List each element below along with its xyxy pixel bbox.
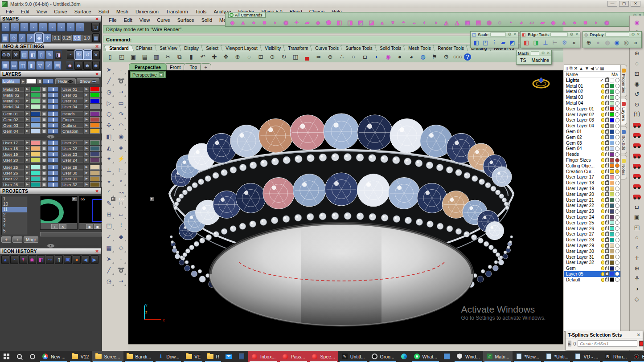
ribbon-tab-viewport-layout[interactable]: Viewport Layout [220,45,263,51]
layer-bulb-icon[interactable] [601,130,604,134]
layer-material-circle[interactable] [615,135,619,139]
circle-tool-icon[interactable]: ⊖ [325,52,336,61]
color-wheel-icon[interactable]: ◉ [383,52,394,61]
project-snap-icon[interactable]: ▢ [91,23,100,32]
layer-bulb-icon[interactable] [601,278,604,282]
show-button[interactable]: Show [77,78,99,84]
hook-blue-icon[interactable]: ↪ [46,255,54,264]
layer-material-circle[interactable] [615,89,619,94]
lamp-icon[interactable]: ○ [632,232,642,242]
layer-lock-icon[interactable] [605,135,609,139]
wirebox-icon[interactable]: ◫ [19,61,27,70]
inner-menu-item-solid[interactable]: Solid [198,17,215,24]
taskbar-item-bandi[interactable]: Bandi... [630,351,644,362]
zoom-selected-icon[interactable]: ⊙ [267,52,278,61]
layer-material-circle[interactable] [615,272,619,276]
cen-snap-icon[interactable]: · [39,23,47,32]
thumbnail-menu-icon[interactable]: ▶ [72,197,77,201]
alert-bell-icon[interactable]: ◔ [67,50,74,59]
menu-item-tools[interactable]: Tools [192,8,210,15]
tool-palette-icon[interactable]: ⊢ [115,164,127,175]
layer-material-circle[interactable] [615,255,619,259]
layer-lock-icon[interactable] [605,84,609,88]
layer-expand-icon[interactable]: ▶ [25,140,30,145]
command-icon[interactable]: ▰ [537,18,548,26]
settings-gears-icon[interactable]: ⚙⚙ [1,50,11,59]
viewport-tab-front[interactable]: Front [164,63,187,70]
zoom-dynamic-icon[interactable]: ◌ [244,52,254,61]
lock-icon[interactable]: ◘ [360,52,370,61]
tool-palette-icon[interactable]: ⇢ [115,86,127,97]
tool-palette-icon[interactable]: ◆ [115,231,127,242]
layer-expand-icon[interactable]: ▶ [25,98,30,103]
layer-list-row-user-layer-04[interactable]: User Layer 04 [564,123,620,129]
grid-panel-icon[interactable]: ▦ [1,61,9,70]
layer-material-circle[interactable] [615,78,619,82]
tool-palette-icon[interactable]: ◳ [103,220,115,231]
tool-palette-icon[interactable]: ▦ [103,242,115,253]
layer-visibility-toggle[interactable] [48,152,58,157]
layer-list-row-user-layer-29[interactable]: User Layer 29 [564,243,620,248]
command-icon[interactable]: ◮ [452,18,462,26]
layer-lock-icon[interactable] [41,158,47,163]
layer-lock-icon[interactable] [605,267,609,270]
menu-item-dimension[interactable]: Dimension [132,8,162,15]
command-icon[interactable]: ◔ [505,18,516,26]
layer-list-row-user-layer-22[interactable]: User Layer 22 [564,203,620,209]
layer-color-swatch[interactable] [610,255,614,259]
layer-user-28-button[interactable]: User 28 [2,182,24,187]
project-item-1[interactable]: 1 [2,196,27,202]
display-close-icon[interactable]: ✕ [636,32,640,37]
command-icon[interactable]: ◉ [602,18,612,26]
display-more-chevron-icon[interactable]: » [632,38,640,47]
viewport-3d[interactable]: Perspective ▼ y z x Activate Windows Go … [128,70,563,344]
layer-expand-icon[interactable]: ▶ [84,146,89,151]
layer-lock-icon[interactable] [605,175,609,179]
tool-palette-icon[interactable]: ◠ [115,120,127,130]
two-point-icon[interactable]: ² [632,243,642,252]
layer-color-swatch[interactable] [610,89,614,94]
layer-visibility-toggle[interactable] [48,87,58,92]
layer-bulb-icon[interactable] [601,215,604,219]
tool-palette-icon[interactable]: ⚡ [115,153,127,164]
command-icon[interactable]: ▴ [377,18,387,26]
layer-expand-icon[interactable]: ▶ [25,158,30,163]
column-material-label[interactable]: Ma [611,72,618,77]
layer-visibility-toggle[interactable] [48,111,58,116]
shaded-mode-icon[interactable]: ● [594,38,602,47]
inner-menu-item-file[interactable]: File [106,17,120,24]
layer-user-18-button[interactable]: User 18 [2,146,24,151]
layer-bulb-icon[interactable] [601,249,604,253]
layer-color-swatch[interactable] [610,244,614,248]
ghosted-mode-icon[interactable]: ◍ [603,38,611,47]
grid-toggle-icon[interactable]: ▦ [92,33,100,42]
layer-material-circle[interactable] [615,198,619,202]
layer-lock-icon[interactable] [605,141,609,145]
command-icon[interactable]: ◭ [441,18,451,26]
tsplines-play-button[interactable]: ▶ [568,341,571,346]
layer-list-row-gem[interactable]: Gem [564,265,620,271]
tool-palette-icon[interactable]: ◷ [103,276,115,286]
layer-color-swatch[interactable] [31,176,41,181]
command-icon[interactable]: ■ [580,18,591,26]
layer-color-swatch[interactable] [610,266,614,271]
command-icon[interactable]: ⬟ [324,18,334,26]
tool-palette-icon[interactable]: ◷ [103,86,115,97]
layer-color-swatch[interactable] [610,118,614,122]
layer-bulb-icon[interactable] [601,221,604,225]
scale-diagonal-icon[interactable]: ◩ [509,38,516,47]
layer-expand-icon[interactable]: ▶ [25,93,30,98]
layer-material-circle[interactable] [615,260,619,265]
move-layer-down-icon[interactable]: ▼ [585,66,589,71]
layer-list-row-heads[interactable]: Heads [564,151,620,157]
layer-lights-button[interactable]: Lights [2,79,20,84]
layer-list-row-gem-03[interactable]: Gem 03 [564,140,620,146]
layer-material-circle[interactable] [615,169,619,174]
ribbon-tab-cplanes[interactable]: CPlanes [130,45,158,51]
copy-layer-icon[interactable]: ⧉ [570,65,573,71]
menu-item-solid[interactable]: Solid [95,8,112,15]
loop-delete-icon[interactable]: ✕ [92,50,100,59]
material-icon[interactable]: ◑ [632,284,642,293]
layer-color-swatch[interactable] [610,277,614,282]
command-icon[interactable]: ◩ [356,18,366,26]
